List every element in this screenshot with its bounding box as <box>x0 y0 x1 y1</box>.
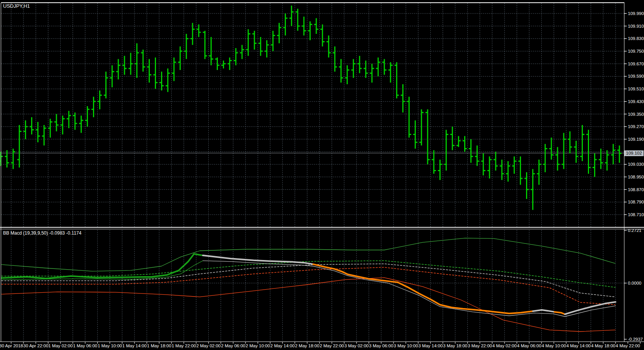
price-axis-label: 109.990 <box>628 11 644 16</box>
indicator-line-lower-band <box>2 278 615 332</box>
ohlc-bar <box>48 119 52 138</box>
ohlc-bar <box>240 45 244 59</box>
ohlc-bar <box>617 145 622 163</box>
ohlc-bar <box>147 59 151 83</box>
time-axis-label: 2 May 10:00 <box>246 343 270 348</box>
indicator-axis-label: 0.2721 <box>628 228 641 233</box>
grid <box>1 3 624 342</box>
time-axis-label: 1 May 14:00 <box>122 343 146 348</box>
ohlc-bar <box>98 90 102 109</box>
ohlc-bar <box>500 160 504 180</box>
ohlc-bar <box>345 65 349 84</box>
time-axis-label: 4 May 06:00 <box>517 343 541 348</box>
chart-frame <box>0 3 644 342</box>
ohlc-bar <box>382 59 387 75</box>
ohlc-bar <box>0 152 3 166</box>
ohlc-bar <box>419 109 423 145</box>
ohlc-bar <box>407 97 411 138</box>
indicator-label: BB Macd (19,39,9,50) -0.0983 -0.1174 <box>3 230 81 236</box>
time-axis-label: 4 May 02:00 <box>492 343 516 348</box>
ohlc-bar <box>283 13 287 35</box>
ohlc-bar <box>191 23 195 45</box>
ohlc-bar <box>537 160 541 185</box>
ohlc-bar <box>370 64 374 83</box>
price-axis-label: 108.790 <box>628 200 644 204</box>
time-axis-label: 1 May 02:00 <box>48 343 73 348</box>
ohlc-bar <box>425 109 430 164</box>
indicator-axis[interactable]: 0.27210.0000-0.2937 <box>624 228 643 342</box>
ohlc-bar <box>295 9 300 31</box>
current-price-tag: 109.102 <box>624 150 644 156</box>
indicator-line-macd-green <box>2 254 203 278</box>
time-axis[interactable]: 30 Apr 201830 Apr 22:001 May 02:001 May … <box>0 342 640 348</box>
ohlc-bar <box>259 37 263 56</box>
ohlc-bar <box>30 117 34 135</box>
ohlc-bar <box>184 34 189 59</box>
ohlc-bar <box>73 112 77 130</box>
ohlc-bar <box>197 25 201 37</box>
price-axis-label: 109.270 <box>628 124 644 129</box>
ohlc-bar <box>23 120 28 139</box>
time-axis-label: 4 May 10:00 <box>542 343 566 348</box>
ohlc-bar <box>166 68 170 92</box>
ohlc-bar <box>252 31 257 50</box>
price-axis[interactable]: 109.990109.910109.830109.750109.670109.5… <box>624 11 644 217</box>
time-axis-label: 1 May 10:00 <box>98 343 122 348</box>
ohlc-bar <box>141 50 145 72</box>
ohlc-bar <box>302 17 306 35</box>
ohlc-bar <box>388 62 393 83</box>
price-axis-label: 109.830 <box>628 36 644 41</box>
indicator-axis-label: 0.0000 <box>628 281 641 285</box>
ohlc-bar <box>104 72 108 98</box>
ohlc-bar <box>518 157 523 185</box>
ohlc-bar <box>85 106 90 127</box>
ohlc-bar <box>351 59 355 78</box>
indicator-lines[interactable] <box>2 238 616 332</box>
ohlc-bars[interactable] <box>0 6 622 210</box>
indicator-line-mid-band-orange <box>2 267 615 305</box>
ohlc-bar <box>91 97 96 117</box>
ohlc-bar <box>357 56 362 73</box>
indicator-line-macd-orange-2 <box>554 312 565 314</box>
ohlc-bar <box>450 127 455 150</box>
ohlc-bar <box>271 31 275 51</box>
price-axis-label: 108.950 <box>628 175 644 179</box>
ohlc-bar <box>456 136 461 147</box>
ohlc-bar <box>61 116 65 135</box>
ohlc-bar <box>444 130 448 170</box>
ohlc-bar <box>339 59 343 83</box>
ohlc-bar <box>395 62 399 98</box>
price-axis-label: 109.190 <box>628 137 644 142</box>
indicator-line-upper-band <box>2 238 615 271</box>
price-axis-label: 108.870 <box>628 187 644 192</box>
time-axis-label: 3 May 14:00 <box>418 343 443 348</box>
price-axis-label: 109.910 <box>628 24 644 28</box>
ohlc-bar <box>178 47 182 70</box>
ohlc-bar <box>593 153 597 177</box>
ohlc-bar <box>308 21 312 40</box>
ohlc-bar <box>568 132 572 153</box>
chart-canvas[interactable]: 109.990109.910109.830109.750109.670109.5… <box>0 0 644 350</box>
ohlc-bar <box>135 43 139 78</box>
chart-window: 109.990109.910109.830109.750109.670109.5… <box>0 0 644 350</box>
price-axis-label: 109.510 <box>628 87 644 91</box>
time-axis-label: 1 May 22:00 <box>172 343 196 348</box>
ohlc-bar <box>531 169 535 210</box>
time-axis-label: 3 May 10:00 <box>394 343 418 348</box>
ohlc-bar <box>320 25 325 47</box>
ohlc-bar <box>172 57 176 81</box>
ohlc-bar <box>556 147 560 170</box>
time-axis-label: 2 May 22:00 <box>320 343 344 348</box>
ohlc-bar <box>221 61 226 68</box>
time-axis-label: 1 May 18:00 <box>147 343 171 348</box>
indicator-line-macd-silver-3 <box>565 302 616 314</box>
ohlc-bar <box>524 172 529 199</box>
ohlc-bar <box>363 61 368 78</box>
price-axis-label: 109.350 <box>628 112 644 117</box>
ohlc-bar <box>159 72 164 90</box>
ohlc-bar <box>401 84 405 113</box>
price-axis-label: 109.590 <box>628 74 644 78</box>
time-axis-label: 30 Apr 2018 <box>0 343 23 348</box>
ohlc-bar <box>234 48 238 65</box>
time-axis-label: 3 May 18:00 <box>443 343 467 348</box>
